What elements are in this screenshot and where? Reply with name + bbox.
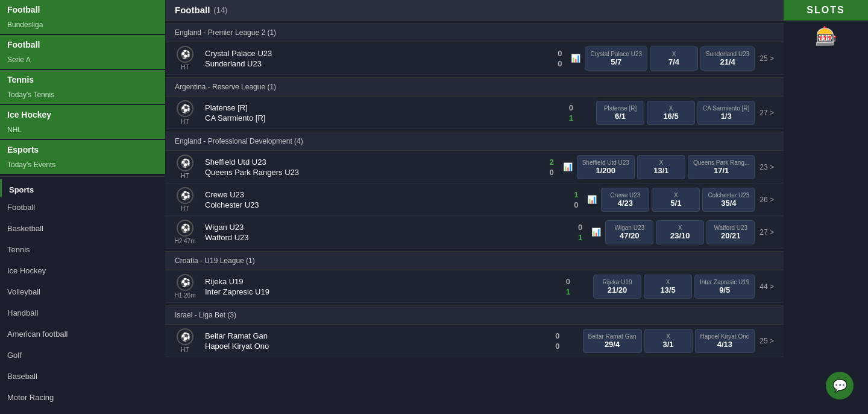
odds-btn-draw-3c[interactable]: X 23/10 <box>656 220 704 244</box>
sidebar-item-icehockey[interactable]: Ice Hockey <box>0 260 165 281</box>
team-away-name-5: Hapoel Kiryat Ono <box>205 342 269 351</box>
sidebar-item-mma[interactable]: MMA <box>0 408 165 414</box>
match-teams-2: Platense [R] 0 CA Sarmiento [R] 1 <box>200 103 578 123</box>
odds-btn-draw-5[interactable]: X 3/1 <box>644 329 693 353</box>
team-away-1: Sunderland U23 0 <box>205 59 562 69</box>
odds-val-home-4: 21/20 <box>599 285 636 295</box>
sidebar-item-golf[interactable]: Golf <box>0 345 165 366</box>
odds-val-home-3c: 47/20 <box>611 231 648 240</box>
odds-btn-away-3c[interactable]: Watford U23 20/21 <box>706 220 755 244</box>
match-rijeka-zapresic: ⚽ H1 26m Rijeka U19 0 Inter Zapresic U19… <box>165 270 784 303</box>
match-time-2: HT <box>170 118 200 125</box>
match-teams-3c: Wigan U23 0 Watford U23 1 <box>200 222 587 243</box>
team-home-3c: Wigan U23 0 <box>205 222 582 232</box>
odds-val-home-1: 5/7 <box>590 57 642 66</box>
sidebar-item-motorracing[interactable]: Motor Racing <box>0 387 165 408</box>
match-teams-4: Rijeka U19 0 Inter Zapresic U19 1 <box>200 276 575 297</box>
team-home-score-3a: 2 <box>542 158 554 167</box>
odds-btn-away-4[interactable]: Inter Zapresic U19 9/5 <box>694 275 755 299</box>
odds-btn-home-3b[interactable]: Crewe U23 4/23 <box>601 188 649 212</box>
sport-icon-1: ⚽ <box>177 46 193 63</box>
odds-val-draw-4: 13/5 <box>649 285 687 295</box>
odds-group-3c: Wigan U23 47/20 X 23/10 Watford U23 20/2… <box>605 220 755 244</box>
match-platense-casarmiento: ⚽ HT Platense [R] 0 CA Sarmiento [R] 1 P… <box>165 97 784 129</box>
team-away-name-3c: Watford U23 <box>205 233 249 242</box>
sidebar-section-esports[interactable]: Esports Today's Events <box>0 140 165 174</box>
sidebar-item-tennis[interactable]: Tennis <box>0 239 165 260</box>
odds-btn-home-3a[interactable]: Sheffield Utd U23 1/200 <box>577 155 635 179</box>
odds-label-home-4: Rijeka U19 <box>599 279 636 285</box>
odds-label-draw-3b: X <box>657 192 694 199</box>
sidebar-section-football-bundesliga[interactable]: Football Bundesliga <box>0 0 165 34</box>
sidebar-section-tennis-main[interactable]: Tennis <box>0 70 165 89</box>
sidebar-item-handball[interactable]: Handball <box>0 302 165 323</box>
match-time-3b: HT <box>170 205 200 212</box>
odds-val-away-5: 4/13 <box>700 340 750 349</box>
odds-btn-home-3c[interactable]: Wigan U23 47/20 <box>605 220 653 244</box>
odds-btn-home-5[interactable]: Beitar Ramat Gan 29/4 <box>583 329 642 353</box>
odds-val-draw-3b: 5/1 <box>657 199 694 208</box>
match-time-5: HT <box>170 346 200 353</box>
odds-val-draw-1: 7/4 <box>655 57 693 66</box>
sidebar-section-tennis[interactable]: Tennis Today's Tennis <box>0 70 165 104</box>
sport-icon-3a: ⚽ <box>177 154 193 171</box>
more-odds-4[interactable]: 44 > <box>755 282 779 291</box>
chart-icon-3b[interactable]: 📊 <box>583 195 601 204</box>
team-away-3b: Colchester U23 0 <box>205 200 578 210</box>
odds-group-3b: Crewe U23 4/23 X 5/1 Colchester U23 35/4 <box>601 188 755 212</box>
more-odds-3b[interactable]: 26 > <box>755 196 779 204</box>
more-odds-3c[interactable]: 27 > <box>755 228 779 237</box>
chart-icon-3c[interactable]: 📊 <box>587 228 605 237</box>
header-title: Football <box>175 5 210 15</box>
sports-label: Sports <box>0 179 165 197</box>
odds-btn-home-1[interactable]: Crystal Palace U23 5/7 <box>585 46 647 71</box>
more-odds-3a[interactable]: 23 > <box>755 163 779 171</box>
slots-icon[interactable]: 🎰 <box>784 21 868 51</box>
team-home-name-5: Beitar Ramat Gan <box>205 331 268 340</box>
odds-btn-away-2[interactable]: CA Sarmiento [R] 1/3 <box>697 101 755 125</box>
chat-button[interactable]: 💬 <box>826 372 854 400</box>
odds-label-away-2: CA Sarmiento [R] <box>703 105 749 112</box>
odds-btn-home-2[interactable]: Platense [R] 6/1 <box>596 101 644 125</box>
sidebar-section-esports-sub: Today's Events <box>0 159 165 174</box>
sidebar-section-icehockey[interactable]: Ice Hockey NHL <box>0 105 165 139</box>
sidebar-section-football-bundesliga-main[interactable]: Football <box>0 0 165 19</box>
chart-icon-3a[interactable]: 📊 <box>559 162 577 171</box>
sidebar-item-basketball[interactable]: Basketball <box>0 218 165 239</box>
odds-btn-draw-4[interactable]: X 13/5 <box>644 275 692 299</box>
header-bar: Football (14) <box>165 0 784 21</box>
odds-val-draw-3c: 23/10 <box>661 231 699 240</box>
sidebar-section-football-seriea-main[interactable]: Football <box>0 35 165 54</box>
match-badge-1: ⚽ HT <box>170 46 200 71</box>
team-home-score-3c: 0 <box>570 223 582 232</box>
odds-btn-draw-3a[interactable]: X 13/1 <box>637 155 685 179</box>
team-home-score-4: 0 <box>558 277 570 286</box>
odds-btn-away-5[interactable]: Hapoel Kiryat Ono 4/13 <box>695 329 755 353</box>
team-away-name-3a: Queens Park Rangers U23 <box>205 168 299 177</box>
odds-btn-away-3a[interactable]: Queens Park Rang... 17/1 <box>688 155 755 179</box>
sidebar-item-americanfootball[interactable]: American football <box>0 323 165 345</box>
odds-label-home-1: Crystal Palace U23 <box>590 51 642 57</box>
odds-btn-draw-2[interactable]: X 16/5 <box>647 101 695 125</box>
sidebar-item-baseball[interactable]: Baseball <box>0 366 165 387</box>
sidebar-item-football[interactable]: Football <box>0 197 165 218</box>
more-odds-1[interactable]: 25 > <box>755 54 779 63</box>
odds-btn-draw-3b[interactable]: X 5/1 <box>652 188 700 212</box>
odds-label-home-5: Beitar Ramat Gan <box>588 333 637 340</box>
odds-btn-away-1[interactable]: Sunderland U23 21/4 <box>700 46 755 71</box>
more-odds-5[interactable]: 25 > <box>755 337 779 345</box>
sidebar-item-volleyball[interactable]: Volleyball <box>0 281 165 302</box>
match-teams-5: Beitar Ramat Gan 0 Hapoel Kiryat Ono 0 <box>200 331 565 351</box>
sidebar-section-football-seriea[interactable]: Football Serie A <box>0 35 165 69</box>
odds-btn-draw-1[interactable]: X 7/4 <box>650 46 698 71</box>
sidebar-section-icehockey-main[interactable]: Ice Hockey <box>0 105 165 124</box>
more-odds-2[interactable]: 27 > <box>755 109 779 117</box>
odds-val-draw-3a: 13/1 <box>643 166 680 175</box>
odds-btn-home-4[interactable]: Rijeka U19 21/20 <box>593 275 641 299</box>
sport-icon-3b: ⚽ <box>177 187 193 204</box>
match-teams-1: Crystal Palace U23 0 Sunderland U23 0 <box>200 48 567 69</box>
odds-label-home-3a: Sheffield Utd U23 <box>582 159 629 166</box>
odds-btn-away-3b[interactable]: Colchester U23 35/4 <box>702 188 755 212</box>
sidebar-section-esports-main[interactable]: Esports <box>0 140 165 159</box>
chart-icon-1[interactable]: 📊 <box>567 54 585 63</box>
